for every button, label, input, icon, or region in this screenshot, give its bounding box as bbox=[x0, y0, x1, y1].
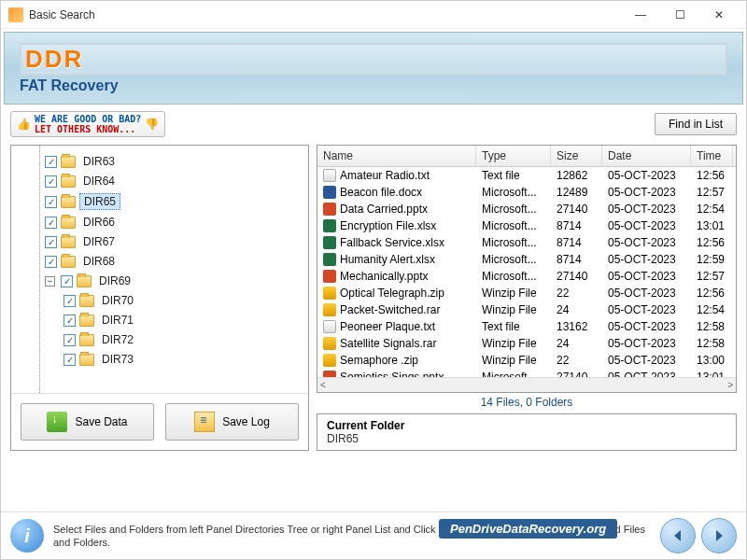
checkbox-icon[interactable]: ✓ bbox=[63, 315, 76, 327]
file-time: 12:56 bbox=[691, 167, 733, 184]
thumbs-down-icon: 👎 bbox=[145, 118, 159, 131]
back-button[interactable] bbox=[660, 518, 696, 553]
checkbox-icon[interactable]: ✓ bbox=[45, 196, 57, 208]
checkbox-icon[interactable]: ✓ bbox=[45, 156, 57, 168]
tree-node-label: DIR68 bbox=[79, 254, 119, 269]
save-data-label: Save Data bbox=[75, 415, 127, 428]
col-time[interactable]: Time bbox=[691, 146, 733, 166]
col-name[interactable]: Name bbox=[317, 146, 476, 166]
file-row[interactable]: Amateur Radio.txtText file1286205-OCT-20… bbox=[317, 167, 736, 184]
file-row[interactable]: Packet-Switched.rarWinzip File2405-OCT-2… bbox=[317, 301, 736, 318]
file-date: 05-OCT-2023 bbox=[602, 167, 691, 184]
file-time: 12:57 bbox=[691, 184, 733, 201]
toolbar: 👍 WE ARE GOOD OR BAD? LET OTHERS KNOW...… bbox=[1, 107, 746, 141]
file-row[interactable]: Fallback Service.xlsxMicrosoft...871405-… bbox=[317, 234, 736, 251]
horizontal-scrollbar[interactable]: <> bbox=[317, 377, 736, 392]
folder-icon bbox=[79, 315, 94, 327]
checkbox-icon[interactable]: ✓ bbox=[45, 175, 57, 188]
file-type: Microsoft... bbox=[476, 251, 551, 268]
tree-node-dir73[interactable]: ✓DIR73 bbox=[26, 350, 304, 369]
checkbox-icon[interactable]: ✓ bbox=[45, 217, 57, 229]
footer: i Select Files and Folders from left Pan… bbox=[1, 511, 746, 559]
txt-file-icon bbox=[323, 169, 336, 182]
tree-node-dir64[interactable]: ✓DIR64 bbox=[26, 172, 304, 190]
file-date: 05-OCT-2023 bbox=[602, 318, 691, 335]
checkbox-icon[interactable]: ✓ bbox=[45, 256, 57, 268]
file-row[interactable]: Humanity Alert.xlsxMicrosoft...871405-OC… bbox=[317, 251, 736, 268]
ppt-file-icon bbox=[323, 270, 336, 283]
tree-node-dir68[interactable]: ✓DIR68 bbox=[26, 252, 304, 271]
tree-node-dir66[interactable]: ✓DIR66 bbox=[26, 213, 304, 231]
tree-node-dir70[interactable]: ✓DIR70 bbox=[26, 291, 304, 310]
file-row[interactable]: Mechanically.pptxMicrosoft...2714005-OCT… bbox=[317, 268, 736, 285]
col-type[interactable]: Type bbox=[476, 146, 551, 166]
tree-node-dir63[interactable]: ✓DIR63 bbox=[26, 152, 304, 171]
file-date: 05-OCT-2023 bbox=[602, 251, 691, 268]
info-icon: i bbox=[10, 519, 44, 553]
checkbox-icon[interactable]: ✓ bbox=[63, 354, 76, 366]
file-date: 05-OCT-2023 bbox=[602, 285, 691, 301]
expander-icon[interactable]: − bbox=[45, 276, 55, 287]
tree-node-dir72[interactable]: ✓DIR72 bbox=[26, 330, 304, 349]
file-row[interactable]: Encryption File.xlsxMicrosoft...871405-O… bbox=[317, 217, 736, 234]
tree-node-label: DIR72 bbox=[98, 332, 137, 347]
tree-node-dir71[interactable]: ✓DIR71 bbox=[26, 311, 304, 329]
file-row[interactable]: Beacon file.docxMicrosoft...1248905-OCT-… bbox=[317, 184, 736, 201]
folder-icon bbox=[61, 156, 76, 168]
feedback-line2: LET OTHERS KNOW... bbox=[35, 124, 141, 134]
file-date: 05-OCT-2023 bbox=[602, 301, 691, 318]
folder-icon bbox=[61, 217, 76, 229]
find-in-list-button[interactable]: Find in List bbox=[655, 113, 737, 135]
file-row[interactable]: Semiotics Sings.pptxMicrosoft...2714005-… bbox=[317, 369, 736, 377]
folder-icon bbox=[79, 354, 94, 366]
col-size[interactable]: Size bbox=[551, 146, 602, 166]
ppt-file-icon bbox=[323, 371, 336, 377]
save-log-button[interactable]: Save Log bbox=[165, 403, 299, 441]
checkbox-icon[interactable]: ✓ bbox=[45, 236, 57, 248]
workarea: ✓DIR63✓DIR64✓DIR65✓DIR66✓DIR67✓DIR68−✓DI… bbox=[1, 141, 746, 458]
forward-button[interactable] bbox=[701, 518, 737, 553]
file-row[interactable]: Optical Telegraph.zipWinzip File2205-OCT… bbox=[317, 285, 736, 301]
tree-panel: ✓DIR63✓DIR64✓DIR65✓DIR66✓DIR67✓DIR68−✓DI… bbox=[10, 145, 309, 451]
file-time: 12:58 bbox=[691, 318, 733, 335]
file-row[interactable]: Semaphore .zipWinzip File2205-OCT-202313… bbox=[317, 352, 736, 369]
checkbox-icon[interactable]: ✓ bbox=[61, 275, 73, 287]
file-row[interactable]: Data Carried.pptxMicrosoft...2714005-OCT… bbox=[317, 201, 736, 217]
col-date[interactable]: Date bbox=[602, 146, 691, 166]
xls-file-icon bbox=[323, 253, 336, 266]
tree-node-label: DIR73 bbox=[98, 352, 137, 367]
minimize-button[interactable]: — bbox=[621, 2, 660, 28]
file-name: Semaphore .zip bbox=[340, 354, 418, 367]
file-name: Fallback Service.xlsx bbox=[340, 236, 444, 249]
file-time: 13:01 bbox=[691, 217, 733, 234]
file-rows[interactable]: Amateur Radio.txtText file1286205-OCT-20… bbox=[317, 167, 736, 377]
tree-node-dir69[interactable]: −✓DIR69 bbox=[26, 272, 304, 290]
column-headers[interactable]: Name Type Size Date Time bbox=[317, 146, 736, 167]
save-data-button[interactable]: Save Data bbox=[21, 403, 154, 441]
directory-tree[interactable]: ✓DIR63✓DIR64✓DIR65✓DIR66✓DIR67✓DIR68−✓DI… bbox=[11, 146, 308, 393]
file-count-status: 14 Files, 0 Folders bbox=[317, 393, 737, 412]
file-name: Encryption File.xlsx bbox=[340, 219, 436, 232]
tree-node-dir65[interactable]: ✓DIR65 bbox=[26, 191, 304, 212]
file-size: 22 bbox=[551, 352, 602, 369]
tree-node-dir67[interactable]: ✓DIR67 bbox=[26, 232, 304, 251]
file-time: 12:56 bbox=[691, 234, 733, 251]
file-size: 8714 bbox=[551, 217, 602, 234]
checkbox-icon[interactable]: ✓ bbox=[63, 334, 76, 346]
file-row[interactable]: Peoneer Plaque.txtText file1316205-OCT-2… bbox=[317, 318, 736, 335]
txt-file-icon bbox=[323, 320, 336, 333]
maximize-button[interactable]: ☐ bbox=[660, 2, 699, 28]
checkbox-icon[interactable]: ✓ bbox=[63, 295, 76, 307]
file-date: 05-OCT-2023 bbox=[602, 369, 691, 377]
app-window: Basic Search — ☐ ✕ DDR FAT Recovery 👍 WE… bbox=[0, 0, 747, 560]
file-time: 12:56 bbox=[691, 285, 733, 301]
file-row[interactable]: Satellite Signals.rarWinzip File2405-OCT… bbox=[317, 335, 736, 352]
file-size: 24 bbox=[551, 335, 602, 352]
file-date: 05-OCT-2023 bbox=[602, 234, 691, 251]
file-name: Mechanically.pptx bbox=[340, 270, 429, 283]
folder-icon bbox=[61, 256, 76, 268]
current-folder-panel: Current Folder DIR65 bbox=[317, 413, 737, 451]
feedback-badge[interactable]: 👍 WE ARE GOOD OR BAD? LET OTHERS KNOW...… bbox=[10, 111, 165, 137]
close-button[interactable]: ✕ bbox=[699, 2, 739, 28]
app-icon bbox=[8, 7, 23, 22]
